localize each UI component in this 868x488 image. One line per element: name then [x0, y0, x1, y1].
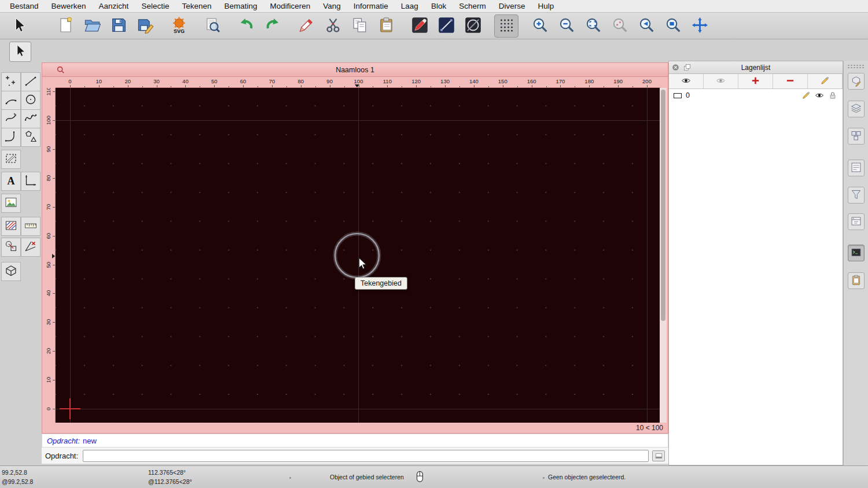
save-as-icon — [137, 17, 154, 35]
save-document-button[interactable] — [106, 14, 131, 38]
hatch-tool-button[interactable] — [1, 150, 21, 169]
circle-tool-button[interactable] — [21, 91, 41, 110]
point-tool-button[interactable] — [1, 72, 21, 91]
menu-tekenen[interactable]: Tekenen — [175, 2, 218, 10]
ruler-tick — [560, 85, 561, 87]
layer-lock-icon[interactable] — [828, 91, 838, 101]
menu-selectie[interactable]: Selectie — [135, 2, 175, 10]
panel-view-list-button[interactable] — [848, 213, 865, 230]
polyline-tool-button[interactable] — [1, 128, 21, 147]
zoom-previous-button[interactable] — [634, 14, 659, 38]
pen-attributes-button[interactable] — [407, 14, 432, 38]
panel-layer-list-button[interactable] — [848, 101, 865, 117]
detach-panel-icon[interactable] — [683, 63, 692, 72]
panel-clipboard-button[interactable] — [848, 272, 865, 289]
drawing-canvas[interactable]: Tekengebied — [56, 88, 660, 423]
zoom-in-button[interactable] — [528, 14, 552, 38]
panel-block-list-button[interactable] — [848, 128, 865, 145]
command-input[interactable] — [83, 450, 649, 462]
dimension-tool-button[interactable] — [21, 172, 41, 191]
ruler-tick — [53, 351, 55, 352]
console-toggle-button[interactable] — [652, 450, 665, 461]
menu-vang[interactable]: Vang — [317, 2, 347, 10]
image-tool-button[interactable] — [1, 194, 21, 213]
menu-bestand[interactable]: Bestand — [3, 2, 45, 10]
line-attributes-button[interactable] — [434, 14, 458, 38]
drag-handle[interactable] — [847, 64, 865, 68]
vertical-scrollbar[interactable] — [660, 88, 667, 423]
print-preview-button[interactable] — [200, 14, 225, 38]
text-tool-button[interactable]: A — [1, 172, 21, 191]
ruler-tick-minor — [604, 86, 604, 87]
panel-selection-filter-button[interactable] — [848, 187, 865, 204]
menu-scherm[interactable]: Scherm — [453, 2, 492, 10]
open-document-button[interactable] — [80, 14, 104, 38]
cut-icon — [325, 17, 341, 35]
document-titlebar[interactable]: Naamloos 1 — [42, 63, 668, 77]
scrollbar-thumb[interactable] — [661, 90, 665, 321]
ruler-tick-minor — [84, 86, 85, 87]
menu-informatie[interactable]: Informatie — [347, 2, 395, 10]
cut-button[interactable] — [321, 14, 345, 38]
menu-modificeren[interactable]: Modificeren — [264, 2, 317, 10]
measure-tool-icon — [24, 219, 38, 234]
remove-layer-button[interactable] — [773, 74, 808, 88]
menu-diverse[interactable]: Diverse — [492, 2, 532, 10]
ellipse-attributes-button[interactable] — [461, 14, 485, 38]
arc-tool-button[interactable] — [1, 91, 21, 110]
zoom-pan-button[interactable] — [687, 14, 712, 38]
line-tool-button[interactable] — [21, 72, 41, 91]
measure-tool-button[interactable] — [21, 217, 41, 236]
copy-button[interactable] — [347, 14, 372, 38]
show-all-layers-button[interactable] — [669, 74, 704, 88]
layer-row[interactable]: 0 — [669, 89, 843, 102]
menu-blok[interactable]: Blok — [425, 2, 453, 10]
zoom-window-button[interactable] — [661, 14, 685, 38]
new-document-button[interactable] — [53, 14, 78, 38]
edit-layer-button[interactable] — [808, 74, 843, 88]
menu-hulp[interactable]: Hulp — [531, 2, 560, 10]
hatch-attributes-tool-button[interactable] — [1, 217, 21, 236]
selection-tool-button[interactable] — [7, 14, 31, 38]
draw-pencil-button[interactable] — [294, 14, 318, 38]
paste-button[interactable] — [374, 14, 398, 38]
info-tool-button[interactable] — [1, 238, 21, 257]
panel-command-line-button[interactable] — [848, 245, 865, 261]
ruler-tick — [70, 85, 71, 87]
ruler-label: 190 — [613, 78, 623, 84]
ellipse-attributes-icon — [465, 17, 481, 35]
ruler-tick — [416, 85, 417, 87]
spline-tool-button[interactable] — [21, 109, 41, 128]
hide-all-layers-button[interactable] — [704, 74, 738, 88]
zoom-all-button[interactable] — [608, 14, 632, 38]
panel-property-editor-button[interactable] — [848, 73, 865, 90]
undo-button[interactable] — [234, 14, 258, 38]
menu-laag[interactable]: Laag — [395, 2, 425, 10]
solid-tool-button[interactable] — [1, 262, 21, 281]
spline-tool-icon — [24, 111, 38, 127]
polygon-tool-button[interactable] — [21, 128, 41, 147]
menubar: BestandBewerkenAanzichtSelectieTekenenBe… — [0, 0, 868, 13]
menu-aanzicht[interactable]: Aanzicht — [93, 2, 135, 10]
close-panel-icon[interactable] — [671, 63, 681, 72]
svg-export-button[interactable]: SVG — [167, 14, 191, 38]
separator-dot — [543, 477, 545, 479]
grid-toggle-button[interactable] — [494, 14, 518, 38]
panel-library-browser-button[interactable] — [848, 160, 865, 176]
menu-bewerken[interactable]: Bewerken — [45, 2, 93, 10]
add-layer-button[interactable] — [738, 74, 773, 88]
ruler-label: 30 — [153, 78, 160, 84]
snap-tool-button[interactable] — [21, 238, 41, 257]
ruler-tick — [53, 322, 55, 323]
layer-visibility-icon[interactable] — [815, 91, 825, 101]
save-as-button[interactable] — [133, 14, 157, 38]
freehand-tool-button[interactable] — [1, 109, 21, 128]
current-tool-button[interactable] — [9, 42, 31, 62]
ruler-tick-minor — [575, 86, 575, 87]
redo-button[interactable] — [260, 14, 285, 38]
line-attributes-icon — [438, 17, 455, 35]
menu-bemating[interactable]: Bemating — [218, 2, 263, 10]
layer-edit-icon[interactable] — [801, 91, 811, 101]
zoom-out-button[interactable] — [554, 14, 579, 38]
zoom-auto-button[interactable] — [581, 14, 605, 38]
